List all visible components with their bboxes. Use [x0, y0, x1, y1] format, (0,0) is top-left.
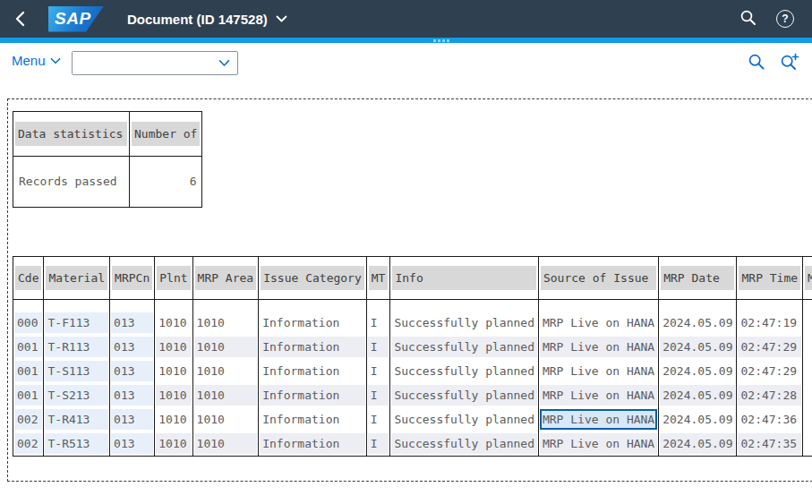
cell-issue-category[interactable]: Information — [259, 311, 367, 335]
stats-column-header-number-of[interactable]: Number of — [130, 112, 202, 157]
column-header-issue-category[interactable]: Issue Category — [259, 257, 367, 300]
cell-cde[interactable]: 001 — [13, 359, 44, 383]
cell-info[interactable]: Successfully planned — [390, 359, 539, 383]
cell-info[interactable]: Successfully planned — [390, 335, 539, 359]
cell-mrp-time[interactable]: 02:47:29 — [737, 359, 803, 383]
cell-material[interactable]: T-R513 — [44, 431, 110, 457]
cell-mrp-time[interactable]: 02:47:29 — [737, 335, 803, 359]
cell-mrpcn[interactable]: 013 — [110, 359, 155, 383]
cell-info[interactable]: Successfully planned — [390, 311, 539, 335]
cell-source-of-issue[interactable]: MRP Live on HANA — [538, 335, 658, 359]
cell-mrp-date[interactable]: 2024.05.09 — [659, 359, 737, 383]
cell-mrp-area[interactable]: 1010 — [192, 431, 259, 457]
cell-info[interactable]: Successfully planned — [390, 383, 539, 407]
cell-issue-category[interactable]: Information — [259, 431, 367, 457]
transaction-combobox[interactable] — [72, 51, 238, 75]
spacer-row — [13, 300, 812, 311]
cell-mr[interactable] — [803, 311, 812, 335]
cell-cde[interactable]: 000 — [13, 311, 44, 335]
shell-search-button[interactable] — [739, 9, 756, 30]
cell-cde[interactable]: 001 — [13, 383, 44, 407]
cell-plnt[interactable]: 1010 — [155, 407, 192, 431]
cell-mr[interactable] — [803, 407, 812, 431]
find-button[interactable] — [748, 53, 765, 71]
cell-mt[interactable]: I — [366, 407, 390, 431]
cell-mrp-area[interactable]: 1010 — [192, 311, 259, 335]
cell-mt[interactable]: I — [366, 359, 390, 383]
cell-mrp-area[interactable]: 1010 — [192, 383, 259, 407]
column-header-mrp-time[interactable]: MRP Time — [737, 257, 803, 300]
cell-info[interactable]: Successfully planned — [390, 431, 539, 457]
cell-mrp-date[interactable]: 2024.05.09 — [659, 431, 737, 457]
cell-plnt[interactable]: 1010 — [155, 431, 192, 457]
cell-mrp-area[interactable]: 1010 — [192, 335, 259, 359]
column-header-plnt[interactable]: Plnt — [155, 257, 192, 300]
cell-plnt[interactable]: 1010 — [155, 335, 192, 359]
cell-mrpcn[interactable]: 013 — [110, 407, 155, 431]
cell-plnt[interactable]: 1010 — [155, 359, 192, 383]
find-next-button[interactable] — [780, 53, 799, 71]
column-header-mrp-area[interactable]: MRP Area — [192, 257, 259, 300]
column-header-mrp-date[interactable]: MRP Date — [659, 257, 737, 300]
cell-mt[interactable]: I — [366, 311, 390, 335]
cell-source-of-issue[interactable]: MRP Live on HANA — [538, 311, 658, 335]
cell-issue-category[interactable]: Information — [259, 335, 367, 359]
column-header-info[interactable]: Info — [390, 257, 539, 300]
column-header-mr[interactable]: MR — [803, 257, 812, 300]
drag-handle-dots[interactable] — [433, 39, 449, 42]
column-header-material[interactable]: Material — [44, 257, 110, 300]
cell-mrp-date[interactable]: 2024.05.09 — [659, 311, 737, 335]
cell-material[interactable]: T-R113 — [44, 335, 110, 359]
cell-mr[interactable] — [803, 431, 812, 457]
cell-mrp-date[interactable]: 2024.05.09 — [659, 407, 737, 431]
cell-info[interactable]: Successfully planned — [390, 407, 539, 431]
cell-cde[interactable]: 001 — [13, 335, 44, 359]
column-header-mt[interactable]: MT — [366, 257, 390, 300]
cell-source-of-issue[interactable]: MRP Live on HANA — [538, 431, 658, 457]
cell-mrpcn[interactable]: 013 — [110, 311, 155, 335]
cell-plnt[interactable]: 1010 — [155, 311, 192, 335]
cell-cde[interactable]: 002 — [13, 407, 44, 431]
cell-mr[interactable] — [803, 383, 812, 407]
cell-cde[interactable]: 002 — [13, 431, 44, 457]
cell-source-of-issue[interactable]: MRP Live on HANA — [538, 383, 658, 407]
column-header-cde[interactable]: Cde — [13, 257, 44, 300]
stats-cell[interactable]: Records passed — [13, 157, 130, 208]
column-header-source-of-issue[interactable]: Source of Issue — [538, 257, 658, 300]
back-button[interactable] — [0, 0, 39, 38]
cell-mrpcn[interactable]: 013 — [110, 335, 155, 359]
cell-mr[interactable] — [803, 335, 812, 359]
cell-mrpcn[interactable]: 013 — [110, 383, 155, 407]
cell-material[interactable]: T-S113 — [44, 359, 110, 383]
cell-mrpcn[interactable]: 013 — [110, 431, 155, 457]
cell-mrp-time[interactable]: 02:47:28 — [737, 383, 803, 407]
cell-issue-category[interactable]: Information — [259, 359, 367, 383]
cell-mt[interactable]: I — [366, 383, 390, 407]
cell-mrp-area[interactable]: 1010 — [192, 407, 259, 431]
cell-material[interactable]: T-F113 — [44, 311, 110, 335]
cell-mrp-date[interactable]: 2024.05.09 — [659, 335, 737, 359]
cell-mrp-date[interactable]: 2024.05.09 — [659, 383, 737, 407]
stats-column-header-data-statistics[interactable]: Data statistics — [13, 112, 130, 157]
cell-mt[interactable]: I — [366, 335, 390, 359]
cell-plnt[interactable]: 1010 — [155, 383, 192, 407]
cell-material[interactable]: T-R413 — [44, 407, 110, 431]
cell-mrp-time[interactable]: 02:47:35 — [737, 431, 803, 457]
cell-source-of-issue[interactable]: MRP Live on HANA — [538, 359, 658, 383]
cell-issue-category[interactable]: Information — [259, 383, 367, 407]
stats-cell[interactable]: 6 — [130, 157, 202, 208]
cell-mt[interactable]: I — [366, 431, 390, 457]
cell-mrp-time[interactable]: 02:47:36 — [737, 407, 803, 431]
cell-value: Successfully planned — [391, 312, 537, 333]
cell-source-of-issue[interactable]: MRP Live on HANA — [538, 407, 658, 431]
help-button[interactable]: ? — [776, 10, 794, 28]
transaction-input[interactable] — [73, 52, 218, 74]
cell-material[interactable]: T-S213 — [44, 383, 110, 407]
cell-mrp-time[interactable]: 02:47:19 — [737, 311, 803, 335]
app-title-menu[interactable]: Document (ID 147528) — [127, 12, 287, 27]
menu-button[interactable]: Menu — [12, 53, 61, 68]
column-header-mrpcn[interactable]: MRPCn — [110, 257, 155, 300]
cell-mr[interactable] — [803, 359, 812, 383]
cell-issue-category[interactable]: Information — [259, 407, 367, 431]
cell-mrp-area[interactable]: 1010 — [192, 359, 259, 383]
